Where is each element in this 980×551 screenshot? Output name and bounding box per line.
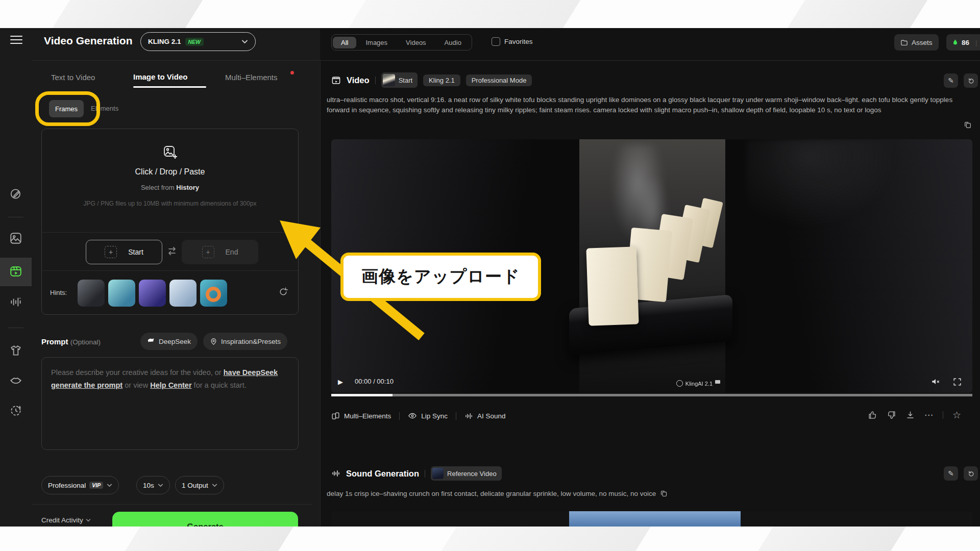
favorite-star-icon[interactable]: ☆ <box>952 409 961 421</box>
play-button[interactable]: ▶ <box>338 378 343 386</box>
filter-tab-images[interactable]: Images <box>356 37 397 48</box>
audio-tool-icon[interactable] <box>9 295 22 309</box>
regenerate-video-button[interactable] <box>964 73 978 88</box>
watermark: KlingAI 2.1 <box>676 380 720 387</box>
tab-multi-elements[interactable]: Multi–Elements <box>225 73 278 82</box>
end-frame-button[interactable]: + End <box>182 240 258 264</box>
mode-chip: Professional Mode <box>466 74 532 86</box>
hints-label: Hints: <box>50 289 67 296</box>
upload-hint: JPG / PNG files up to 10MB with minimum … <box>41 200 299 207</box>
filter-tab-all[interactable]: All <box>333 37 356 48</box>
video-tool-icon[interactable] <box>9 265 22 278</box>
sound-prompt-row: delay 1s crisp ice–shaving crunch on fir… <box>327 490 668 497</box>
output-count-select[interactable]: 1 Output <box>175 476 224 494</box>
tofu-block-front <box>586 246 639 325</box>
reference-video-chip[interactable]: Reference Video <box>431 466 502 481</box>
mute-icon[interactable] <box>930 377 941 387</box>
video-section-header: Video Start Kling 2.1 Professional Mode <box>331 72 532 88</box>
restore-icon <box>967 470 975 478</box>
hint-thumbnail-4[interactable] <box>169 280 197 307</box>
sound-video-frame <box>569 511 741 527</box>
asset-filter-tabs: All Images Videos Audio <box>331 34 472 51</box>
multi-elements-action[interactable]: Multi–Elements <box>331 412 391 420</box>
mode-select[interactable]: Professional VIP <box>41 476 119 494</box>
refresh-hints-icon[interactable] <box>278 287 288 297</box>
sidebar-divider <box>8 217 23 217</box>
video-progress-bar[interactable] <box>331 394 972 396</box>
hint-thumbnail-2[interactable] <box>108 280 135 307</box>
regenerate-sound-button[interactable] <box>964 466 978 481</box>
credit-activity-toggle[interactable]: Credit Activity <box>41 516 91 524</box>
copy-prompt-icon[interactable] <box>964 121 972 129</box>
video-frame-tofu: KlingAI 2.1 <box>579 139 725 393</box>
start-frame-button[interactable]: + Start <box>86 240 162 264</box>
hint-thumbnail-1[interactable] <box>78 280 105 307</box>
help-center-link[interactable]: Help Center <box>150 381 191 389</box>
more-options-icon[interactable]: ⋯ <box>924 410 934 420</box>
lip-sync-icon[interactable] <box>9 373 22 387</box>
eye-icon <box>408 411 417 420</box>
inspiration-presets-button[interactable]: Inspiration&Presets <box>203 333 287 350</box>
edit-sound-button[interactable]: ✎ <box>944 466 958 481</box>
edit-video-button[interactable]: ✎ <box>944 73 958 88</box>
history-link[interactable]: History <box>176 184 199 191</box>
multi-elements-icon <box>331 412 340 420</box>
card-divider <box>42 270 298 271</box>
deepseek-button[interactable]: DeepSeek <box>140 333 198 350</box>
hint-thumbnail-3[interactable] <box>139 280 166 307</box>
download-icon[interactable] <box>905 410 915 420</box>
vip-badge: VIP <box>89 482 103 489</box>
deepseek-whale-icon <box>147 337 155 345</box>
start-frame-chip[interactable]: Start <box>381 72 418 88</box>
sound-media-strip <box>331 511 972 527</box>
thumbs-down-icon[interactable] <box>887 410 896 420</box>
sidebar-divider <box>8 328 23 328</box>
player-backdrop-right <box>725 139 972 393</box>
playback-time: 00:00 / 00:10 <box>355 378 394 385</box>
menu-icon[interactable] <box>10 35 22 44</box>
favorites-filter[interactable]: Favorites <box>492 37 533 46</box>
model-selector[interactable]: KLING 2.1 NEW <box>140 32 256 51</box>
new-badge: NEW <box>185 38 204 46</box>
copy-sound-prompt-icon[interactable] <box>660 490 668 497</box>
upload-dropzone[interactable]: Click / Drop / Paste Select from History… <box>41 129 299 230</box>
prompt-optional: (Optional) <box>70 338 101 346</box>
mode-tab-frames[interactable]: Frames <box>49 100 84 117</box>
model-name: KLING 2.1 <box>148 38 181 45</box>
start-frame-thumbnail <box>383 74 395 86</box>
history-icon[interactable] <box>9 404 22 417</box>
location-pin-icon <box>210 338 217 345</box>
ai-sound-action[interactable]: AI Sound <box>464 412 506 420</box>
prompt-textarea[interactable]: Please describe your creative ideas for … <box>41 357 299 450</box>
ai-edit-icon[interactable] <box>9 187 22 201</box>
video-clapper-icon <box>331 76 341 85</box>
model-chip: Kling 2.1 <box>423 74 460 86</box>
lip-sync-action[interactable]: Lip Sync <box>408 411 448 420</box>
assets-button[interactable]: Assets <box>894 34 939 51</box>
swap-frames-icon[interactable] <box>166 245 178 257</box>
pencil-icon: ✎ <box>948 469 954 478</box>
duration-select[interactable]: 10s <box>136 476 170 494</box>
fullscreen-icon[interactable] <box>952 377 962 387</box>
mode-tab-elements[interactable]: Elements <box>91 105 118 112</box>
sound-prompt-text: delay 1s crisp ice–shaving crunch on fir… <box>327 490 656 497</box>
folder-icon <box>900 39 908 46</box>
filter-tab-videos[interactable]: Videos <box>397 37 435 48</box>
favorites-checkbox[interactable] <box>492 37 500 46</box>
sound-section-header: Sound Generation Reference Video <box>331 466 502 481</box>
hint-thumbnail-5[interactable] <box>200 280 227 307</box>
tab-text-to-video[interactable]: Text to Video <box>51 73 95 82</box>
kling-app: Video Generation KLING 2.1 NEW Text to V… <box>0 0 980 551</box>
try-on-icon[interactable] <box>9 344 22 357</box>
filter-tab-audio[interactable]: Audio <box>435 37 471 48</box>
bottom-frame-bar <box>0 527 980 551</box>
credits-balance[interactable]: 86 | <box>946 34 980 51</box>
image-tool-icon[interactable] <box>9 232 22 245</box>
waveform-icon <box>464 412 473 420</box>
tab-image-to-video[interactable]: Image to Video <box>133 72 187 81</box>
reference-video-thumbnail <box>432 468 444 479</box>
thumbs-up-icon[interactable] <box>868 410 877 420</box>
restore-icon <box>967 77 975 85</box>
upload-image-icon <box>162 144 178 160</box>
header-divider <box>32 60 980 61</box>
